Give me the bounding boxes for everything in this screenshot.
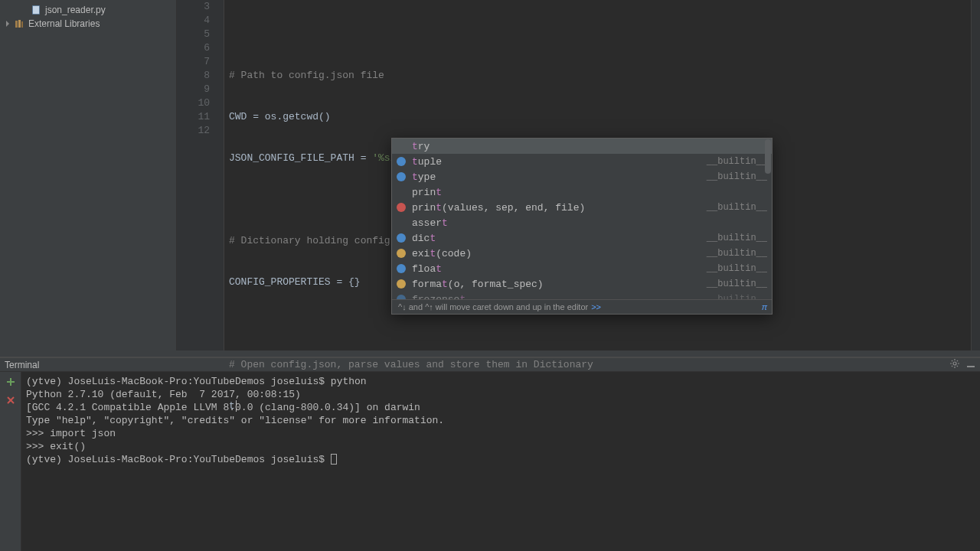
svg-rect-4 — [21, 21, 23, 28]
completion-label: try — [412, 141, 767, 152]
autocomplete-scrollbar[interactable] — [765, 139, 771, 174]
editor-right-gutter — [971, 0, 980, 350]
svg-rect-3 — [18, 20, 21, 28]
hint-more-link[interactable]: >> — [591, 302, 601, 311]
autocomplete-list[interactable]: trytuple__builtin__type__builtin__printp… — [392, 139, 772, 299]
autocomplete-item[interactable]: assert — [392, 215, 772, 230]
completion-source: __builtin__ — [707, 156, 767, 167]
completion-kind-icon — [397, 249, 406, 258]
autocomplete-item[interactable]: format(o, format_spec)__builtin__ — [392, 276, 772, 292]
file-name: json_reader.py — [45, 5, 106, 15]
pi-icon[interactable]: π — [762, 302, 767, 311]
autocomplete-item[interactable]: print — [392, 184, 772, 200]
completion-source: __builtin__ — [707, 233, 767, 243]
completion-label: print(values, sep, end, file) — [412, 202, 707, 214]
file-tree-item[interactable]: json_reader.py — [0, 3, 176, 17]
add-terminal-button[interactable] — [5, 377, 16, 390]
line-number-gutter: 3 4 5 6 7 8 9 10 11 12 — [177, 0, 224, 350]
close-terminal-button[interactable] — [5, 395, 16, 409]
cursor-position: t — [229, 400, 237, 412]
completion-source: __builtin__ — [707, 279, 767, 289]
completion-source: __builtin__ — [707, 294, 767, 299]
completion-kind-icon — [397, 203, 406, 212]
completion-source: __builtin__ — [707, 248, 767, 259]
terminal-toolbar[interactable] — [0, 372, 21, 551]
terminal-line: >>> exit() — [26, 440, 975, 453]
completion-label: assert — [412, 217, 767, 229]
completion-label: type — [412, 171, 707, 183]
svg-point-5 — [953, 362, 956, 365]
completion-source: __builtin__ — [707, 202, 767, 213]
autocomplete-item[interactable]: exit(code)__builtin__ — [392, 246, 772, 261]
svg-rect-2 — [15, 21, 18, 28]
completion-kind-icon — [397, 157, 406, 166]
chevron-right-icon — [5, 21, 12, 27]
completion-label: dict — [412, 233, 707, 244]
svg-rect-1 — [33, 6, 39, 14]
completion-kind-icon — [397, 264, 406, 273]
completion-label: print — [412, 187, 767, 198]
autocomplete-item[interactable]: type__builtin__ — [392, 169, 772, 184]
completion-kind-icon — [397, 172, 406, 181]
autocomplete-hint: ^↓ and ^↑ will move caret down and up in… — [392, 299, 772, 314]
completion-label: exit(code) — [412, 248, 707, 259]
terminal-cursor — [331, 454, 337, 465]
external-libraries-item[interactable]: External Libraries — [0, 17, 176, 31]
completion-source: __builtin__ — [707, 171, 767, 182]
autocomplete-item[interactable]: dict__builtin__ — [392, 230, 772, 246]
svg-rect-14 — [967, 366, 975, 367]
completion-label: float — [412, 263, 707, 275]
autocomplete-item[interactable]: tuple__builtin__ — [392, 154, 772, 169]
completion-label: frozenset — [412, 294, 707, 300]
completion-kind-icon — [397, 279, 406, 289]
completion-label: tuple — [412, 156, 707, 168]
terminal-line: (ytve) JoseLuis-MacBook-Pro:YouTubeDemos… — [26, 453, 975, 466]
svg-line-10 — [952, 360, 952, 361]
code-editor[interactable]: 3 4 5 6 7 8 9 10 11 12 # Path to config.… — [177, 0, 980, 350]
autocomplete-item[interactable]: print(values, sep, end, file)__builtin__ — [392, 200, 772, 215]
gear-icon[interactable] — [949, 358, 960, 371]
completion-source: __builtin__ — [707, 263, 767, 274]
autocomplete-popup[interactable]: trytuple__builtin__type__builtin__printp… — [391, 138, 773, 315]
library-icon — [14, 18, 24, 29]
svg-line-13 — [957, 360, 958, 361]
libraries-label: External Libraries — [28, 18, 100, 29]
autocomplete-item[interactable]: float__builtin__ — [392, 261, 772, 276]
completion-kind-icon — [397, 295, 406, 299]
minimize-icon[interactable] — [966, 359, 975, 370]
completion-kind-icon — [397, 233, 406, 243]
completion-label: format(o, format_spec) — [412, 279, 707, 290]
code-comment: # Path to config.json file — [229, 70, 384, 81]
code-comment: # Open config.json, parse values and sto… — [229, 359, 593, 370]
autocomplete-item[interactable]: frozenset__builtin__ — [392, 292, 772, 299]
autocomplete-item[interactable]: try — [392, 139, 772, 154]
svg-line-12 — [952, 366, 952, 367]
svg-line-11 — [957, 366, 958, 367]
python-file-icon — [31, 5, 41, 15]
project-sidebar[interactable]: json_reader.py External Libraries — [0, 0, 177, 350]
terminal-title: Terminal — [5, 360, 39, 370]
